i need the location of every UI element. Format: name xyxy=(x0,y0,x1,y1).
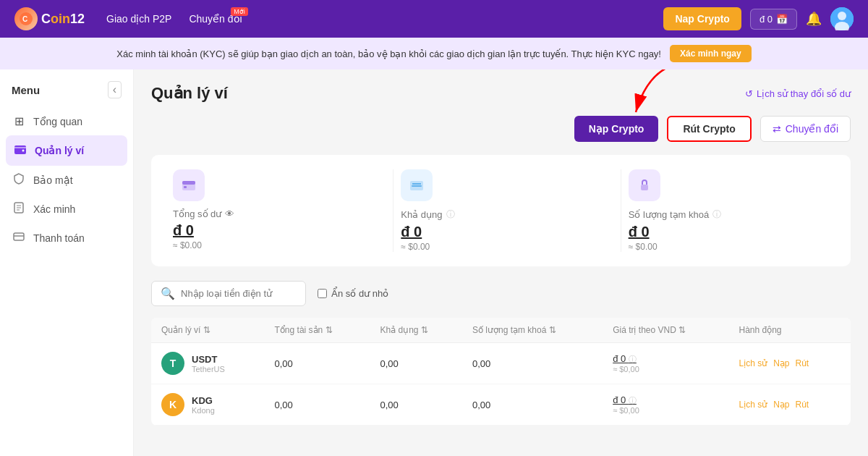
stat-total-icon xyxy=(173,169,205,201)
page-title: Quản lý ví xyxy=(151,84,228,103)
th-wallet: Quản lý ví ⇅ xyxy=(151,318,265,343)
history-link[interactable]: ↺ Lịch sử thay đổi số dư xyxy=(745,88,851,99)
coin-name-0: USDT xyxy=(192,354,225,365)
cell-actions-0: Lịch sử Nạp Rút xyxy=(728,343,851,384)
content-header: Quản lý ví ↺ Lịch sử thay đổi số dư xyxy=(151,84,851,103)
cell-available-0: 0,00 xyxy=(370,343,462,384)
cell-actions-1: Lịch sử Nạp Rút xyxy=(728,384,851,426)
coin-name-1: KDG xyxy=(192,395,215,406)
sidebar-item-tongtquan[interactable]: ⊞ Tổng quan xyxy=(0,107,133,135)
action-links-1: Lịch sử Nạp Rút xyxy=(739,400,841,410)
stat-locked-usd: ≈ $0.00 xyxy=(629,242,829,252)
logo-text: Coin12 xyxy=(41,12,85,27)
kyc-banner: Xác minh tài khoản (KYC) sẽ giúp bạn gia… xyxy=(0,38,868,69)
vnd-value-0: đ 0 ⓘ xyxy=(613,353,718,365)
stats-grid: Tổng số dư 👁 đ 0 ≈ $0.00 Khả dụng xyxy=(151,155,851,266)
svg-point-3 xyxy=(838,12,846,20)
security-icon xyxy=(12,173,26,187)
sidebar-label-thanhtoan: Thanh toán xyxy=(33,232,85,244)
sidebar-item-thanhtoan[interactable]: Thanh toán xyxy=(0,224,133,253)
nap-crypto-btn[interactable]: Nạp Crypto xyxy=(574,116,659,142)
action-nap-0[interactable]: Nạp xyxy=(773,358,789,368)
svg-text:C: C xyxy=(22,15,27,23)
info-icon-1: ⓘ xyxy=(629,396,637,405)
svg-rect-5 xyxy=(14,145,26,154)
action-nap-1[interactable]: Nạp xyxy=(773,400,789,410)
action-buttons: Nạp Crypto Rút Crypto ⇄ Chuyển đổi xyxy=(151,116,851,142)
nav-exchange[interactable]: Chuyển đổi Mới xyxy=(189,13,242,25)
stat-available-usd: ≈ $0.00 xyxy=(401,242,601,252)
history-icon: ↺ xyxy=(745,88,753,99)
cell-coin-1: K KDG Kdong xyxy=(151,384,265,426)
stat-available-value: đ 0 xyxy=(401,224,601,240)
vnd-value-1: đ 0 ⓘ xyxy=(613,394,718,406)
eye-icon[interactable]: 👁 xyxy=(225,208,234,219)
nav-p2p[interactable]: Giao dịch P2P xyxy=(106,13,171,25)
logo[interactable]: C Coin12 xyxy=(14,7,85,30)
hide-small-label[interactable]: Ẩn số dư nhỏ xyxy=(318,288,388,299)
sidebar-label-quanlyvi: Quản lý ví xyxy=(35,145,84,156)
th-locked: Số lượng tạm khoá ⇅ xyxy=(462,318,603,343)
svg-point-6 xyxy=(22,150,25,152)
th-total: Tổng tài sản ⇅ xyxy=(265,318,370,343)
rut-btn-container: Rút Crypto xyxy=(667,116,751,142)
logo-icon: C xyxy=(14,7,38,30)
bell-icon[interactable]: 🔔 xyxy=(806,11,822,27)
search-filter: 🔍 Ẩn số dư nhỏ xyxy=(151,281,851,306)
sidebar: Menu ‹ ⊞ Tổng quan Quản lý ví B xyxy=(0,69,134,456)
stat-available-label: Khả dụng ⓘ xyxy=(401,208,601,221)
sidebar-collapse-btn[interactable]: ‹ xyxy=(108,81,122,98)
svg-rect-20 xyxy=(641,185,648,190)
stat-available-icon xyxy=(401,169,433,201)
coin-sub-0: TetherUS xyxy=(192,365,225,373)
search-wrap: 🔍 xyxy=(151,281,306,306)
action-rut-0[interactable]: Rút xyxy=(796,358,809,368)
sidebar-item-baomast[interactable]: Bảo mật xyxy=(0,166,133,195)
hide-small-checkbox[interactable] xyxy=(318,289,327,298)
kyc-text: Xác minh tài khoản (KYC) sẽ giúp bạn gia… xyxy=(116,48,661,59)
action-rut-1[interactable]: Rút xyxy=(796,400,809,410)
th-available: Khả dụng ⇅ xyxy=(370,318,462,343)
history-link-text: Lịch sử thay đổi số dư xyxy=(757,88,851,99)
cell-locked-0: 0,00 xyxy=(462,343,603,384)
cell-available-1: 0,00 xyxy=(370,384,462,426)
exchange-icon: ⇄ xyxy=(773,123,781,135)
sidebar-header: Menu ‹ xyxy=(0,81,133,107)
sidebar-item-xacminh[interactable]: Xác minh xyxy=(0,195,133,224)
info-icon-locked: ⓘ xyxy=(712,208,721,221)
stat-locked: Số lượng tạm khoá ⓘ đ 0 ≈ $0.00 xyxy=(621,169,836,252)
stat-available: Khả dụng ⓘ đ 0 ≈ $0.00 xyxy=(393,169,608,252)
wallet-table: Quản lý ví ⇅ Tổng tài sản ⇅ Khả dụng ⇅ S… xyxy=(151,318,851,426)
coin-info-1: KDG Kdong xyxy=(192,395,215,415)
chuyen-doi-btn[interactable]: ⇄ Chuyển đổi xyxy=(760,116,851,142)
stat-total-value: đ 0 xyxy=(173,222,374,239)
header-right: Nap Crypto đ 0 📅 🔔 xyxy=(663,7,854,30)
verify-icon xyxy=(12,202,26,216)
coin-sub-1: Kdong xyxy=(192,406,215,415)
header: C Coin12 Giao dịch P2P Chuyển đổi Mới Na… xyxy=(0,0,868,38)
kyc-verify-btn[interactable]: Xác minh ngay xyxy=(670,45,752,62)
header-nap-btn[interactable]: Nap Crypto xyxy=(663,7,741,30)
action-lichsu-1[interactable]: Lịch sử xyxy=(739,400,767,410)
sidebar-label-tongtquan: Tổng quan xyxy=(33,116,82,127)
avatar[interactable] xyxy=(830,7,854,30)
overview-icon: ⊞ xyxy=(12,114,26,128)
svg-rect-11 xyxy=(14,233,24,240)
vnd-usd-1: ≈ $0,00 xyxy=(613,406,718,415)
new-badge: Mới xyxy=(231,7,248,16)
rut-crypto-btn[interactable]: Rút Crypto xyxy=(667,116,751,142)
table-row: K KDG Kdong 0,00 0,00 0,00 đ 0 ⓘ ≈ $0,00… xyxy=(151,384,851,426)
balance-btn[interactable]: đ 0 📅 xyxy=(750,9,797,30)
cell-total-0: 0,00 xyxy=(265,343,370,384)
coin-logo-0: T xyxy=(161,352,184,375)
search-input[interactable] xyxy=(181,288,297,299)
sidebar-item-quanlyvi[interactable]: Quản lý ví xyxy=(6,135,127,166)
content-area: Quản lý ví ↺ Lịch sử thay đổi số dư Nạp … xyxy=(134,69,868,456)
table-head: Quản lý ví ⇅ Tổng tài sản ⇅ Khả dụng ⇅ S… xyxy=(151,318,851,343)
svg-rect-16 xyxy=(184,186,187,188)
nav-links: Giao dịch P2P Chuyển đổi Mới xyxy=(106,13,642,25)
stat-total-label: Tổng số dư 👁 xyxy=(173,208,374,219)
vnd-usd-0: ≈ $0,00 xyxy=(613,365,718,373)
action-lichsu-0[interactable]: Lịch sử xyxy=(739,358,767,368)
svg-rect-19 xyxy=(412,185,422,187)
